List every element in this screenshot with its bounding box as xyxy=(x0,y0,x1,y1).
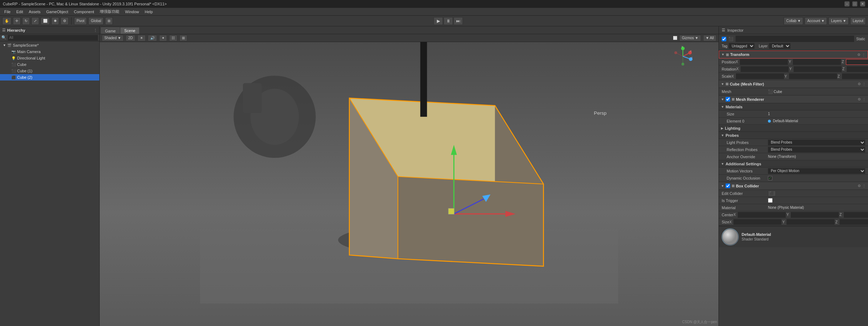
go-name-input[interactable]: Cube (2) xyxy=(736,36,854,42)
2d-toggle[interactable]: 2D xyxy=(126,35,135,41)
meshfilter-more-icon[interactable]: ⋮ xyxy=(862,82,866,86)
pos-z-input[interactable]: -9.285822 xyxy=(846,59,868,65)
transform-more-icon[interactable]: ⋮ xyxy=(862,53,866,57)
grid-toggle[interactable]: ⊞ xyxy=(179,35,187,41)
tree-item-cube[interactable]: ⬛ Cube xyxy=(0,61,99,68)
meshrenderer-enabled[interactable] xyxy=(726,97,730,102)
csz-z-input[interactable]: 1 xyxy=(840,219,868,225)
position-xyz: X 0.631819 Y 0.5209931 Z -9.285822 xyxy=(736,59,868,65)
account-btn[interactable]: Account ▼ xyxy=(805,17,827,25)
meshrenderer-header[interactable]: ▼ ⊞ Mesh Renderer ⚙ ⋮ xyxy=(719,95,868,103)
pause-btn[interactable]: ⏸ xyxy=(444,17,453,25)
gizmos-btn[interactable]: Gizmos ▼ xyxy=(679,35,701,41)
audio-toggle[interactable]: 🔊 xyxy=(148,35,157,41)
all-btn[interactable]: ▼ All xyxy=(703,35,716,41)
tree-item-cube2[interactable]: ⬛ Cube (2) xyxy=(0,74,99,81)
lighting-arrow: ▶ xyxy=(721,126,723,130)
tree-item-cube1[interactable]: ⬛ Cube (1) xyxy=(0,68,99,74)
dynamic-occlusion-checkbox[interactable]: ✓ xyxy=(768,176,772,180)
menu-help[interactable]: Help xyxy=(142,9,156,15)
meshrenderer-settings-icon[interactable]: ⚙ xyxy=(858,97,861,101)
rotate-tool-btn[interactable]: ↻ xyxy=(22,17,30,25)
grid-btn[interactable]: ⊞ xyxy=(105,17,113,25)
menu-assets[interactable]: Assets xyxy=(26,9,43,15)
menu-window[interactable]: Window xyxy=(122,9,142,15)
materials-section[interactable]: ▼ Materials xyxy=(719,103,868,110)
scl-z-input[interactable]: 1 xyxy=(842,73,868,79)
go-active-checkbox[interactable] xyxy=(722,37,726,41)
rot-y-input[interactable]: 0 xyxy=(794,66,842,72)
maximize-btn[interactable]: □ xyxy=(852,1,857,6)
collab-btn[interactable]: Collab ▼ xyxy=(784,17,803,25)
light-toggle[interactable]: ☀ xyxy=(137,35,146,41)
transform-header[interactable]: ▼ ⊞ Transform ⚙ ⋮ xyxy=(719,51,868,58)
ctr-y-input[interactable]: 0 xyxy=(791,212,839,218)
viewport-area: Game Scene Shaded ▼ 2D ☀ 🔊 ✦ ☷ ⊞ ⬜ Gizmo… xyxy=(100,26,718,326)
is-trigger-checkbox[interactable] xyxy=(768,198,773,203)
multi-tool-btn[interactable]: ✱ xyxy=(51,17,59,25)
boxcollider-enabled[interactable] xyxy=(726,183,730,188)
meshfilter-component: ▼ ⊞ Cube (Mesh Filter) ⚙ ⋮ Mesh ⬛ Cube xyxy=(719,80,868,95)
scale-tool-btn[interactable]: ⤢ xyxy=(31,17,39,25)
play-btn[interactable]: ▶ xyxy=(434,17,443,25)
menu-file[interactable]: File xyxy=(1,9,14,15)
additional-settings-section[interactable]: ▼ Additional Settings xyxy=(719,160,868,167)
scene-vis-toggle[interactable]: ☷ xyxy=(169,35,177,41)
hierarchy-more-btn[interactable]: ⋮ xyxy=(94,28,97,32)
boxcollider-header[interactable]: ▼ ⊞ Box Collider ⚙ ⋮ xyxy=(719,182,868,190)
probes-section[interactable]: ▼ Probes xyxy=(719,132,868,139)
layers-btn[interactable]: Layers ▼ xyxy=(828,17,849,25)
reflection-probes-select[interactable]: Blend Probes xyxy=(768,147,865,152)
scl-y-input[interactable]: 1 xyxy=(789,73,837,79)
ctr-x-input[interactable]: 0 xyxy=(738,212,786,218)
csz-x-input[interactable]: 1 xyxy=(733,219,781,225)
scl-x-input[interactable]: 1 xyxy=(736,73,784,79)
hand-tool-btn[interactable]: ✋ xyxy=(2,17,11,25)
custom-tool-btn[interactable]: ⚙ xyxy=(61,17,69,25)
menu-enhanced[interactable]: 增强版功能 xyxy=(97,8,122,15)
global-btn[interactable]: Global xyxy=(88,17,104,25)
tree-item-maincamera[interactable]: 📷 Main Camera xyxy=(0,48,99,55)
light-probes-select[interactable]: Blend Probes xyxy=(768,140,865,145)
rot-z-input[interactable]: 0 xyxy=(847,66,868,72)
menu-edit[interactable]: Edit xyxy=(14,9,26,15)
fx-toggle[interactable]: ✦ xyxy=(159,35,167,41)
meshfilter-header[interactable]: ▼ ⊞ Cube (Mesh Filter) ⚙ ⋮ xyxy=(719,80,868,88)
layout-btn[interactable]: Layout xyxy=(850,17,866,25)
edit-collider-btn[interactable]: ⬛ xyxy=(768,191,776,196)
pos-x-input[interactable]: 0.631819 xyxy=(740,59,788,65)
tab-game[interactable]: Game xyxy=(101,27,120,34)
close-btn[interactable]: ✕ xyxy=(860,1,865,6)
rot-x-input[interactable]: 0 xyxy=(741,66,789,72)
motion-vectors-select[interactable]: Per Object Motion xyxy=(768,168,865,174)
transform-settings-icon[interactable]: ⚙ xyxy=(857,53,861,57)
boxcollider-settings-icon[interactable]: ⚙ xyxy=(858,184,861,188)
meshfilter-settings-icon[interactable]: ⚙ xyxy=(858,82,861,86)
minimize-btn[interactable]: – xyxy=(845,1,849,6)
csz-y-input[interactable]: 1 xyxy=(786,219,835,225)
shading-dropdown[interactable]: Shaded ▼ xyxy=(102,35,124,41)
menu-component[interactable]: Component xyxy=(71,9,97,15)
svg-rect-19 xyxy=(448,208,454,214)
pivot-btn[interactable]: Pivot xyxy=(74,17,87,25)
tree-item-samplescene[interactable]: ▼ 🎬 SampleScene* xyxy=(0,42,99,48)
collider-size-xyz: X 1 Y 1 Z 1 xyxy=(729,219,868,225)
hierarchy-search-input[interactable] xyxy=(8,35,98,41)
lighting-section[interactable]: ▶ Lighting xyxy=(719,125,868,132)
step-btn[interactable]: ⏭ xyxy=(454,17,463,25)
tab-scene[interactable]: Scene xyxy=(120,27,139,34)
svg-point-29 xyxy=(681,63,684,66)
meshrenderer-more-icon[interactable]: ⋮ xyxy=(862,97,866,101)
boxcollider-more-icon[interactable]: ⋮ xyxy=(862,184,866,188)
go-tag-select[interactable]: Untagged xyxy=(729,43,754,49)
viewport-canvas[interactable]: Persp X Y Z xyxy=(100,42,718,326)
move-tool-btn[interactable]: ✛ xyxy=(13,17,21,25)
pos-y-input[interactable]: 0.5209931 xyxy=(793,59,841,65)
ctr-z-input[interactable]: 0 xyxy=(844,212,868,218)
rot-y-label: Y xyxy=(789,67,793,71)
tree-item-dirlight[interactable]: 💡 Directional Light xyxy=(0,55,99,61)
menu-gameobject[interactable]: GameObject xyxy=(43,9,71,15)
rect-tool-btn[interactable]: ⬜ xyxy=(41,17,50,25)
viewport-toolbar: Shaded ▼ 2D ☀ 🔊 ✦ ☷ ⊞ ⬜ Gizmos ▼ ▼ All xyxy=(100,34,718,42)
go-layer-select[interactable]: Default xyxy=(769,43,790,49)
